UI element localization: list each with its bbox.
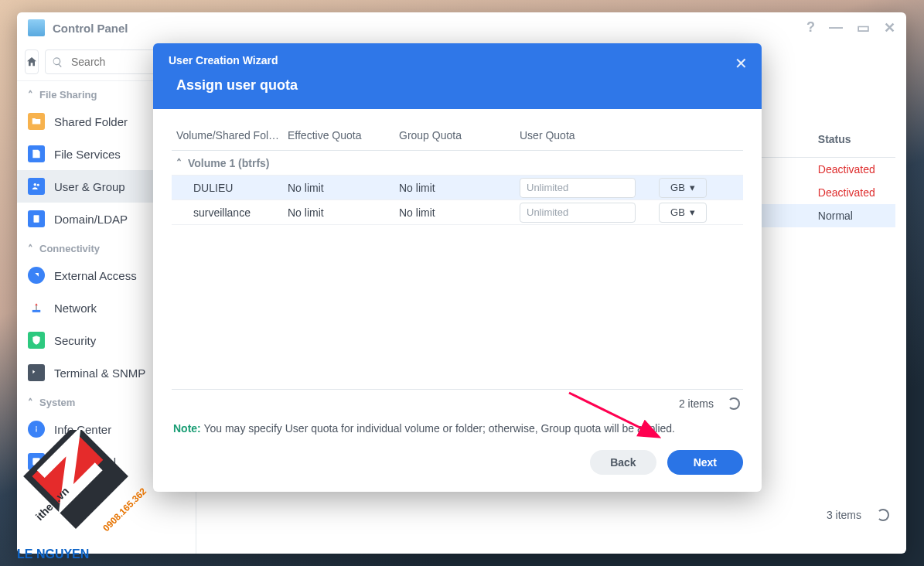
user-quota-input[interactable]: [520, 178, 636, 198]
volume-name: Volume 1 (btrfs): [188, 157, 270, 169]
unit-label: GB: [670, 206, 685, 218]
chevron-up-icon: ˄: [28, 243, 33, 254]
unit-select[interactable]: GB▾: [659, 203, 707, 223]
sidebar-item-label: Domain/LDAP: [54, 213, 128, 226]
external-access-icon: [28, 267, 45, 284]
user-quota-input[interactable]: [520, 203, 636, 223]
sidebar-item-label: Network: [54, 302, 97, 315]
login-portal-icon: [28, 453, 45, 470]
column-group-quota[interactable]: Group Quota: [399, 129, 520, 142]
modal-title: User Creation Wizard: [169, 54, 746, 66]
quota-table-header: Volume/Shared Fol… Effective Quota Group…: [172, 120, 743, 151]
titlebar: Control Panel ? — ▭ ✕: [17, 12, 906, 43]
maximize-icon[interactable]: ▭: [857, 19, 870, 36]
shared-folder-name: surveillance: [172, 206, 288, 219]
next-button[interactable]: Next: [667, 450, 743, 475]
chevron-up-icon: ˄: [28, 89, 33, 101]
svg-rect-5: [36, 428, 36, 432]
close-icon[interactable]: ✕: [884, 19, 895, 36]
modal-header: User Creation Wizard Assign user quota ✕: [153, 43, 762, 109]
reload-icon[interactable]: [877, 509, 889, 521]
status-badge: Deactivated: [818, 186, 895, 199]
group-label: System: [39, 397, 75, 408]
group-quota: No limit: [399, 206, 520, 219]
sidebar-item-label: Login Portal: [54, 455, 116, 469]
unit-select[interactable]: GB▾: [659, 178, 707, 198]
chevron-down-icon: ▾: [690, 182, 695, 193]
main-footer: 3 items: [827, 509, 889, 521]
shield-icon: [28, 332, 45, 349]
wizard-note: Note: You may specify User quota for ind…: [172, 418, 743, 444]
search-icon: [52, 56, 63, 68]
chevron-down-icon: ▾: [690, 206, 695, 218]
status-badge: Deactivated: [818, 163, 895, 176]
user-creation-wizard: User Creation Wizard Assign user quota ✕…: [153, 43, 762, 492]
reload-icon[interactable]: [728, 397, 740, 410]
quota-row[interactable]: surveillance No limit No limit GB▾: [172, 200, 743, 225]
shared-folder-name: DULIEU: [172, 182, 288, 194]
group-quota: No limit: [399, 182, 520, 194]
sidebar-item-label: Terminal & SNMP: [54, 367, 145, 380]
sidebar-item-label: File Services: [54, 148, 121, 161]
home-button[interactable]: [25, 49, 39, 74]
items-count: 2 items: [679, 397, 714, 410]
minimize-icon[interactable]: —: [829, 19, 843, 36]
chevron-up-icon: ˄: [28, 397, 33, 408]
sidebar-item-label: Info Center: [54, 423, 111, 436]
column-volume[interactable]: Volume/Shared Fol…: [172, 129, 288, 142]
unit-label: GB: [670, 182, 685, 193]
svg-point-1: [37, 184, 39, 186]
modal-subtitle: Assign user quota: [176, 77, 746, 94]
quota-footer: 2 items: [172, 389, 743, 418]
modal-footer: Back Next: [153, 444, 762, 492]
terminal-icon: [28, 364, 45, 381]
chevron-up-icon: ˄: [176, 157, 182, 169]
app-icon: [28, 19, 45, 36]
column-effective-quota[interactable]: Effective Quota: [288, 129, 399, 142]
svg-point-0: [34, 183, 37, 186]
note-text: You may specify User quota for individua…: [201, 422, 675, 435]
note-label: Note:: [173, 422, 201, 435]
effective-quota: No limit: [288, 182, 399, 194]
svg-point-4: [36, 426, 37, 428]
svg-rect-3: [32, 310, 41, 312]
folder-icon: [28, 113, 45, 130]
column-status[interactable]: Status: [818, 133, 895, 145]
network-icon: [28, 299, 45, 316]
users-icon: [28, 178, 45, 195]
quota-row[interactable]: DULIEU No limit No limit GB▾: [172, 176, 743, 200]
domain-icon: [28, 210, 45, 227]
svg-rect-6: [32, 458, 39, 465]
group-label: Connectivity: [39, 243, 100, 254]
volume-group-row[interactable]: ˄ Volume 1 (btrfs): [172, 151, 743, 176]
status-badge: Normal: [818, 210, 895, 222]
sidebar-item-label: Security: [54, 334, 96, 347]
items-count: 3 items: [827, 509, 861, 521]
window-controls: ? — ▭ ✕: [806, 19, 895, 36]
window-title: Control Panel: [53, 22, 128, 35]
help-icon[interactable]: ?: [806, 19, 815, 36]
sidebar-item-label: Shared Folder: [54, 115, 128, 128]
sidebar-item-label: External Access: [54, 269, 137, 282]
file-services-icon: [28, 145, 45, 162]
svg-rect-2: [34, 215, 39, 222]
info-icon: [28, 421, 45, 438]
back-button[interactable]: Back: [590, 450, 656, 475]
sidebar-item-label: User & Group: [54, 180, 125, 193]
effective-quota: No limit: [288, 206, 399, 219]
home-icon: [26, 56, 38, 68]
modal-close-icon[interactable]: ✕: [735, 54, 748, 73]
group-label: File Sharing: [39, 89, 97, 101]
column-user-quota[interactable]: User Quota: [520, 129, 651, 142]
